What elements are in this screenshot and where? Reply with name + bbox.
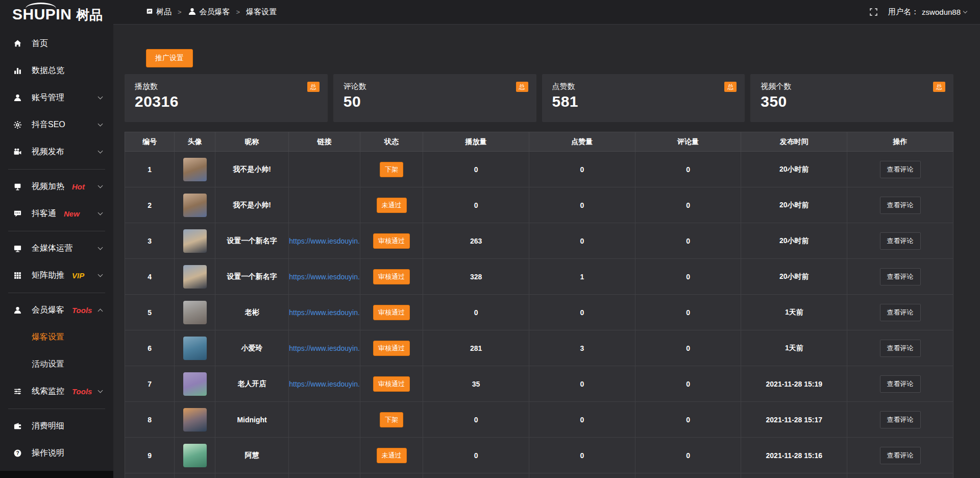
cell-plays: 0 bbox=[423, 295, 529, 330]
sidebar-item-label: 抖客通 bbox=[32, 208, 56, 219]
fullscreen-icon[interactable] bbox=[869, 8, 878, 16]
cell-comments: 0 bbox=[635, 223, 741, 259]
stat-card: 视频个数350总 bbox=[750, 74, 953, 122]
column-header: 昵称 bbox=[215, 132, 288, 152]
cell-publish-time bbox=[741, 473, 847, 478]
sidebar-item-tag: New bbox=[64, 209, 80, 218]
cell-nickname: Midnight bbox=[215, 402, 288, 438]
view-comments-button[interactable]: 查看评论 bbox=[880, 197, 921, 214]
sidebar-item-tag: Tools bbox=[72, 306, 92, 315]
status-badge[interactable]: 下架 bbox=[380, 412, 403, 427]
status-badge[interactable]: 审核通过 bbox=[373, 305, 410, 320]
promo-settings-button[interactable]: 推广设置 bbox=[146, 49, 193, 67]
cell-avatar bbox=[175, 259, 215, 295]
table-row: 8Midnight下架0002021-11-28 15:17查看评论 bbox=[125, 402, 953, 438]
video-link[interactable]: https://www.iesdouyin.c bbox=[289, 344, 360, 352]
username: zswodun88 bbox=[922, 8, 961, 16]
status-badge[interactable]: 审核通过 bbox=[373, 376, 410, 392]
view-comments-button[interactable]: 查看评论 bbox=[880, 232, 921, 250]
sidebar-item-clue-monitor[interactable]: 线索监控Tools bbox=[0, 378, 113, 405]
cell-id: 9 bbox=[125, 438, 175, 473]
screen-icon bbox=[13, 182, 23, 191]
avatar-sea-sunset bbox=[183, 408, 207, 432]
video-link[interactable]: https://www.iesdouyin.c bbox=[289, 308, 360, 317]
view-comments-button[interactable]: 查看评论 bbox=[880, 268, 921, 285]
sidebar-item-home[interactable]: 首页 bbox=[0, 30, 113, 57]
cell-avatar bbox=[175, 295, 215, 330]
view-comments-button[interactable]: 查看评论 bbox=[880, 161, 921, 178]
breadcrumb-item[interactable]: 树品 bbox=[146, 7, 172, 17]
status-badge[interactable]: 下架 bbox=[380, 162, 403, 177]
view-comments-button[interactable]: 查看评论 bbox=[880, 375, 921, 393]
avatar-green-abstract bbox=[183, 444, 207, 467]
total-badge: 总 bbox=[307, 82, 320, 92]
view-comments-button[interactable]: 查看评论 bbox=[880, 340, 921, 357]
cell-plays: 263 bbox=[423, 223, 529, 259]
sidebar-item-tag: Hot bbox=[72, 182, 85, 191]
sidebar-item-matrix-boost[interactable]: 矩阵助推VIP bbox=[0, 262, 113, 289]
cell-action: 查看评论 bbox=[847, 295, 953, 330]
status-badge[interactable]: 未通过 bbox=[377, 448, 407, 463]
table-row: 2我不是小帅!未通过00020小时前查看评论 bbox=[125, 187, 953, 223]
sidebar-subitem[interactable]: 活动设置 bbox=[0, 351, 113, 378]
cell-status: 未通过 bbox=[360, 187, 423, 223]
table-header-row: 编号头像昵称链接状态播放量点赞量评论量发布时间操作 bbox=[125, 132, 953, 152]
cell-link: https://www.iesdouyin.c bbox=[289, 366, 360, 402]
status-badge[interactable]: 审核通过 bbox=[373, 269, 410, 284]
user-icon bbox=[188, 7, 197, 17]
video-link[interactable]: https://www.iesdouyin.c bbox=[289, 237, 360, 245]
status-badge[interactable]: 审核通过 bbox=[373, 233, 410, 249]
sidebar-item-consumption-detail[interactable]: 消费明细 bbox=[0, 413, 113, 440]
view-comments-button[interactable]: 查看评论 bbox=[880, 411, 921, 428]
table-row bbox=[125, 473, 953, 478]
cell-plays: 35 bbox=[423, 366, 529, 402]
column-header: 编号 bbox=[125, 132, 175, 152]
video-link[interactable]: https://www.iesdouyin.c bbox=[289, 380, 360, 388]
chevron-down-icon bbox=[98, 122, 103, 127]
cell-status: 下架 bbox=[360, 152, 423, 187]
sidebar-item-video-publish[interactable]: 视频发布 bbox=[0, 138, 113, 165]
sidebar-item-all-media-operation[interactable]: 全媒体运营 bbox=[0, 235, 113, 262]
app-logo[interactable]: SHUPIN 树品 bbox=[0, 0, 113, 25]
sidebar-item-label: 抖音SEO bbox=[32, 119, 65, 130]
breadcrumb-item[interactable]: 爆客设置 bbox=[246, 7, 277, 17]
cell-avatar bbox=[175, 330, 215, 366]
cell-likes: 0 bbox=[529, 152, 635, 187]
view-comments-button[interactable]: 查看评论 bbox=[880, 304, 921, 321]
cell-publish-time: 20小时前 bbox=[741, 152, 847, 187]
sidebar-item-operation-guide[interactable]: ?操作说明 bbox=[0, 440, 113, 467]
sidebar-subitem[interactable]: 爆客设置 bbox=[0, 324, 113, 351]
avatar-boy bbox=[183, 194, 207, 217]
cell-likes: 0 bbox=[529, 295, 635, 330]
sidebar-item-douketong[interactable]: 抖客通New bbox=[0, 200, 113, 227]
breadcrumb-item[interactable]: 会员爆客 bbox=[188, 7, 230, 17]
svg-text:?: ? bbox=[16, 450, 19, 456]
total-badge: 总 bbox=[933, 82, 945, 92]
user-icon bbox=[13, 93, 23, 102]
cell-nickname: 老彬 bbox=[215, 295, 288, 330]
video-link[interactable]: https://www.iesdouyin.c bbox=[289, 273, 360, 281]
sidebar-item-video-heating[interactable]: 视频加热Hot bbox=[0, 173, 113, 200]
cell-comments: 0 bbox=[635, 187, 741, 223]
sidebar-item-member-baoke[interactable]: 会员爆客Tools bbox=[0, 297, 113, 324]
cell-likes bbox=[529, 473, 635, 478]
cell-nickname: 设置一个新名字 bbox=[215, 259, 288, 295]
status-badge[interactable]: 审核通过 bbox=[373, 341, 410, 356]
cell-nickname bbox=[215, 473, 288, 478]
cell-link bbox=[289, 152, 360, 187]
table-row: 3设置一个新名字https://www.iesdouyin.c审核通过26300… bbox=[125, 223, 953, 259]
cell-link: https://www.iesdouyin.c bbox=[289, 295, 360, 330]
sidebar-item-account-management[interactable]: 账号管理 bbox=[0, 84, 113, 111]
cell-publish-time: 2021-11-28 15:17 bbox=[741, 402, 847, 438]
user-menu[interactable]: 用户名： zswodun88 bbox=[888, 7, 967, 17]
sidebar-item-data-overview[interactable]: 数据总览 bbox=[0, 57, 113, 84]
column-header: 播放量 bbox=[423, 132, 529, 152]
sidebar-item-label: 会员爆客 bbox=[32, 305, 64, 316]
cell-nickname: 我不是小帅! bbox=[215, 152, 288, 187]
status-badge[interactable]: 未通过 bbox=[377, 198, 407, 213]
cell-id: 4 bbox=[125, 259, 175, 295]
sidebar-item-douyin-seo[interactable]: 抖音SEO bbox=[0, 111, 113, 138]
cell-nickname: 阿慧 bbox=[215, 438, 288, 473]
view-comments-button[interactable]: 查看评论 bbox=[880, 447, 921, 464]
stat-value: 581 bbox=[552, 93, 735, 110]
